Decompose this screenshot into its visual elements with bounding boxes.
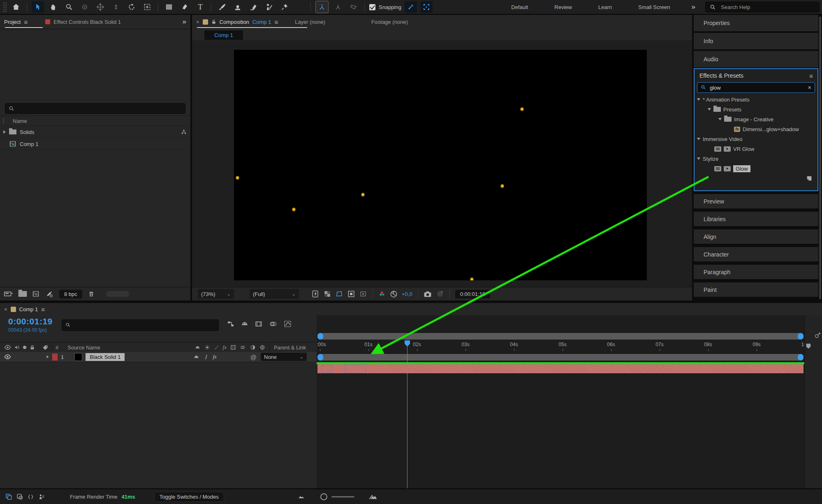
channel-rgb-icon[interactable] (378, 290, 386, 298)
composition-panel-menu-icon[interactable]: ≡ (274, 18, 278, 25)
timeline-tab-comp1[interactable]: Comp 1 (19, 306, 38, 312)
workspace-overflow-button[interactable]: » (692, 3, 695, 11)
comp-button-icon[interactable] (814, 332, 821, 339)
fx-tree-dimension-glow-preset[interactable]: fx Dimensi...glow+shadow (695, 124, 817, 134)
layer-visibility-eye-icon[interactable] (4, 354, 11, 360)
close-tab-icon[interactable]: × (4, 306, 7, 312)
current-timecode[interactable]: 0:00:01:19 00043 (24.00 fps) (8, 317, 53, 333)
expand-in-out-panes-icon[interactable] (28, 493, 34, 500)
collapse-caret-icon[interactable] (697, 98, 700, 101)
workspace-learn[interactable]: Learn (598, 4, 612, 10)
crop-region-icon[interactable] (359, 290, 367, 298)
panel-libraries[interactable]: Libraries (694, 212, 818, 226)
project-tab-overflow-icon[interactable]: » (183, 18, 186, 26)
panel-audio[interactable]: Audio (694, 51, 818, 67)
layer-expand-chevron-icon[interactable] (46, 355, 49, 358)
layer-shy-icon[interactable] (193, 354, 199, 360)
composition-viewer[interactable] (192, 40, 692, 288)
panel-properties[interactable]: Properties (694, 15, 818, 32)
view-axis-mode-button[interactable] (347, 1, 360, 13)
fx-tree-presets-folder[interactable]: Presets (695, 104, 817, 114)
collapse-caret-icon[interactable] (697, 138, 700, 140)
show-snapshot-icon[interactable] (436, 290, 444, 298)
fx-tree-image-creative-folder[interactable]: Image - Creative (695, 114, 817, 124)
help-search-input[interactable] (720, 4, 804, 11)
panel-paint[interactable]: Paint (694, 282, 818, 297)
three-d-layer-icon[interactable] (259, 344, 265, 350)
trash-icon[interactable] (88, 290, 95, 298)
exposure-value[interactable]: +0,0 (402, 291, 412, 297)
rectangle-tool-button[interactable] (163, 1, 175, 13)
orbit-camera-tool-button[interactable] (79, 1, 91, 13)
home-button[interactable] (10, 1, 22, 13)
new-preset-icon[interactable] (806, 175, 813, 182)
viewer-comp-tab[interactable]: Comp 1 (204, 30, 243, 40)
region-of-interest-icon[interactable] (335, 290, 343, 298)
tab-footage[interactable]: Footage (none) (371, 19, 408, 25)
layer-name[interactable]: Black Solid 1 (86, 353, 125, 361)
name-column-header[interactable]: Name (13, 118, 27, 124)
local-axis-mode-button[interactable] (315, 1, 329, 13)
zoom-out-mountain-icon[interactable] (298, 495, 305, 499)
project-search-box[interactable] (5, 103, 185, 114)
layer-row-black-solid-1[interactable]: 1 Black Solid 1 / fx @ None ⌄ (0, 352, 317, 362)
work-area-start-handle[interactable] (317, 354, 323, 361)
shy-toggle-icon[interactable] (241, 320, 248, 328)
work-area-end-handle[interactable] (798, 354, 803, 361)
brush-tool-button[interactable] (216, 1, 228, 13)
panel-character[interactable]: Character (694, 247, 818, 261)
layer-fx-icon[interactable]: fx (213, 354, 216, 360)
graph-editor-icon[interactable] (284, 320, 292, 328)
exposure-shutter-icon[interactable] (390, 290, 398, 298)
workspace-review[interactable]: Review (554, 4, 572, 10)
tab-composition[interactable]: Composition (220, 19, 249, 25)
flowchart-icon[interactable] (181, 129, 187, 135)
workspace-default[interactable]: Default (511, 4, 528, 10)
clear-search-icon[interactable]: × (808, 84, 811, 91)
expand-transfer-controls-icon[interactable] (16, 493, 23, 500)
frame-blend-column-icon[interactable] (230, 344, 236, 350)
work-area-bar[interactable] (317, 354, 803, 361)
resolution-dropdown[interactable]: (Full)⌄ (250, 289, 299, 299)
video-eye-icon[interactable] (4, 344, 11, 350)
project-panel-menu-icon[interactable]: ≡ (24, 18, 27, 25)
selection-tool-button[interactable] (32, 1, 44, 13)
expand-render-time-pane-icon[interactable] (38, 493, 45, 500)
project-row-solids[interactable]: Solids (0, 126, 190, 138)
unlock-icon[interactable] (211, 19, 216, 25)
frame-blending-icon[interactable] (255, 320, 262, 328)
collapse-caret-icon[interactable] (718, 118, 722, 120)
effects-search-box[interactable]: × (697, 82, 815, 93)
magnification-dropdown[interactable]: (73%)⌄ (198, 289, 234, 299)
new-folder-icon[interactable] (19, 291, 27, 297)
workspace-small-screen[interactable]: Small Screen (638, 4, 670, 10)
pan-camera-tool-button[interactable] (94, 1, 107, 13)
motion-blur-column-icon[interactable] (240, 344, 246, 350)
panel-info[interactable]: Info (694, 33, 818, 50)
collapse-caret-icon[interactable] (697, 157, 700, 160)
snap-along-edges-button[interactable] (405, 1, 417, 13)
transparency-grid-icon[interactable] (324, 290, 331, 298)
tab-effect-controls[interactable]: Effect Controls Black Solid 1 (53, 19, 121, 25)
layer-duration-bar[interactable] (317, 364, 803, 373)
tab-layer[interactable]: Layer (none) (295, 19, 325, 25)
timeline-horizontal-scrollbar[interactable] (317, 333, 803, 340)
layer-quality-icon[interactable]: / (205, 354, 207, 361)
solo-icon[interactable] (23, 346, 26, 349)
project-settings-icon[interactable] (45, 290, 53, 298)
effects-panel-menu-icon[interactable]: ≡ (809, 72, 813, 79)
help-search-box[interactable] (705, 2, 820, 12)
project-row-comp1[interactable]: Comp 1 (0, 138, 190, 150)
comp-mini-flowchart-icon[interactable] (227, 320, 234, 328)
shy-column-icon[interactable] (195, 345, 201, 350)
panel-align[interactable]: Align (694, 229, 818, 244)
panel-resize-pill[interactable] (106, 291, 129, 297)
adjustment-layer-icon[interactable] (250, 344, 256, 350)
panel-paragraph[interactable]: Paragraph (694, 265, 818, 279)
fx-tree-immersive-video[interactable]: Immersive Video (695, 134, 817, 144)
pen-tool-button[interactable] (178, 1, 191, 13)
camera-tool-button[interactable] (141, 1, 153, 13)
snapping-control[interactable]: Snapping (369, 4, 401, 10)
expand-chevron-icon[interactable] (3, 130, 6, 134)
type-tool-button[interactable]: T (194, 1, 206, 13)
